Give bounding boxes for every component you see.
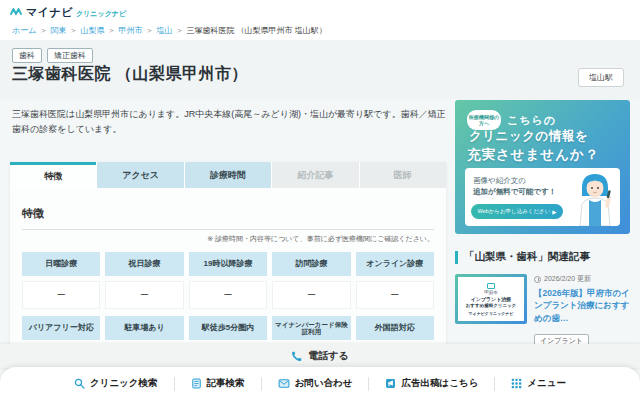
feature-header-after19: 19時以降診療 — [189, 252, 267, 276]
article-date: 2026/2/20 更新 — [544, 274, 591, 284]
logo-brand-text: マイナビ — [26, 5, 73, 20]
feature-header-barrier-free: バリアフリー対応 — [22, 316, 100, 340]
related-article-item[interactable]: 甲府市 インプラント治療 おすすめ歯科クリニック マイナビクリニックナビ 202… — [455, 274, 630, 348]
feature-value-holiday: ー — [105, 281, 183, 309]
feature-value-after19: ー — [189, 281, 267, 309]
divider — [22, 229, 434, 230]
article-meta: 2026/2/20 更新 — [534, 274, 630, 284]
tag-dental: 歯科 — [12, 48, 42, 63]
tooth-icon — [487, 283, 495, 289]
breadcrumb: ホーム＞関東＞山梨県＞甲州市＞塩山＞三塚歯科医院 （山梨県甲州市 塩山駅） — [12, 25, 327, 36]
clinic-description: 三塚歯科医院は山梨県甲州市にあります。JR中央本線(高尾～みどり湖)・塩山が最寄… — [12, 107, 448, 137]
arrow-right-icon: ▶ — [552, 209, 556, 215]
station-badge[interactable]: 塩山駅 — [578, 68, 624, 87]
clinic-info-card: 特徴 アクセス 診療時間 紹介記事 医師 特徴 ※ 診療時間・内容等について、事… — [10, 162, 446, 346]
promo-card-line2: 追加が無料で可能です！ — [473, 187, 556, 197]
promo-badge: 医療機関様の方へ — [467, 110, 501, 130]
document-icon — [191, 378, 202, 389]
tab-features[interactable]: 特徴 — [10, 162, 96, 188]
article-info: 2026/2/20 更新 【2026年版】甲府市のインプラント治療におすすめの歯… — [534, 274, 630, 348]
tag-orthodontics: 矯正歯科 — [47, 48, 93, 63]
logo-sub-text: クリニックナビ — [76, 9, 126, 19]
call-button-label: 電話する — [308, 349, 348, 363]
feature-header-near-station: 駅徒歩5分圏内 — [189, 316, 267, 340]
footer-item-advertise[interactable]: 広告出稿はこちら — [369, 377, 494, 390]
related-articles-heading: 「山梨県・歯科」関連記事 — [455, 250, 630, 264]
features-panel: 特徴 ※ 診療時間・内容等について、事前に必ず医療機関にご確認ください。 日曜診… — [10, 188, 446, 346]
menu-grid-icon — [511, 378, 522, 389]
megaphone-icon — [385, 378, 396, 389]
doctor-illustration — [572, 170, 618, 226]
footer-label-clinic-search: クリニック検索 — [90, 377, 158, 390]
tab-access[interactable]: アクセス — [96, 162, 183, 188]
footer-nav-bar: クリニック検索 記事検索 お問い合わせ 広告出稿はこ — [0, 367, 640, 400]
footer-item-menu[interactable]: メニュー — [495, 377, 582, 390]
logo-wave-icon — [10, 7, 23, 16]
breadcrumb-link-station[interactable]: 塩山 — [156, 26, 172, 35]
mail-icon — [278, 378, 290, 389]
footer-label-contact: お問い合わせ — [295, 377, 353, 390]
breadcrumb-current: 三塚歯科医院 （山梨県甲州市 塩山駅） — [186, 26, 326, 35]
footer-label-menu: メニュー — [527, 377, 566, 390]
breadcrumb-separator: ＞ — [107, 26, 115, 35]
breadcrumb-link-home[interactable]: ホーム — [12, 26, 36, 35]
breadcrumb-link-region[interactable]: 関東 — [50, 26, 66, 35]
breadcrumb-separator: ＞ — [39, 26, 47, 35]
feature-header-visit: 訪問診療 — [272, 252, 350, 276]
sidebar: 医療機関様の方へ こちらの クリニックの情報を 充実させませんか？ 画像や紹介文… — [455, 100, 630, 348]
page: マイナビ クリニックナビ ホーム＞関東＞山梨県＞甲州市＞塩山＞三塚歯科医院 （山… — [0, 0, 640, 400]
clinic-info-promo-banner[interactable]: 医療機関様の方へ こちらの クリニックの情報を 充実させませんか？ 画像や紹介文… — [455, 100, 630, 234]
feature-header-parking: 駐車場あり — [105, 316, 183, 340]
promo-card-line1: 画像や紹介文の — [473, 176, 526, 186]
footer-label-advertise: 広告出稿はこちら — [401, 377, 478, 390]
feature-value-online: ー — [356, 281, 434, 309]
feature-header-sunday: 日曜診療 — [22, 252, 100, 276]
breadcrumb-separator: ＞ — [69, 26, 77, 35]
features-note: ※ 診療時間・内容等について、事前に必ず医療機関にご確認ください。 — [22, 234, 434, 244]
breadcrumb-separator: ＞ — [145, 26, 153, 35]
feature-value-sunday: ー — [22, 281, 100, 309]
call-button-bar[interactable]: 電話する — [0, 344, 640, 368]
promo-line2: クリニックの情報を — [469, 128, 588, 145]
header: マイナビ クリニックナビ ホーム＞関東＞山梨県＞甲州市＞塩山＞三塚歯科医院 （山… — [0, 0, 640, 40]
phone-icon — [291, 351, 302, 362]
page-title: 三塚歯科医院 （山梨県甲州市） — [12, 64, 248, 85]
feature-value-visit: ー — [272, 281, 350, 309]
tab-hours[interactable]: 診療時間 — [184, 162, 271, 188]
footer-item-clinic-search[interactable]: クリニック検索 — [58, 377, 174, 390]
thumb-line2: インプラント治療 — [471, 296, 512, 302]
footer-item-article-search[interactable]: 記事検索 — [175, 377, 261, 390]
related-articles-heading-text: 「山梨県・歯科」関連記事 — [464, 250, 590, 264]
tab-doctors: 医師 — [359, 162, 446, 188]
promo-line3: 充実させませんか？ — [467, 146, 599, 164]
thumb-line3: おすすめ歯科クリニック — [466, 303, 516, 308]
breadcrumb-separator: ＞ — [175, 26, 183, 35]
article-title-link[interactable]: 【2026年版】甲府市のインプラント治療におすすめの歯… — [534, 287, 630, 324]
features-heading: 特徴 — [22, 206, 434, 221]
breadcrumb-link-prefecture[interactable]: 山梨県 — [80, 26, 104, 35]
department-tags: 歯科 矯正歯科 — [12, 48, 93, 63]
promo-apply-button[interactable]: Webからお申し込みください ▶ — [471, 204, 563, 219]
thumb-brand: マイナビクリニックナビ — [468, 311, 513, 316]
tab-articles: 紹介記事 — [271, 162, 358, 188]
features-grid: 日曜診療 祝日診療 19時以降診療 訪問診療 オンライン診療 ー ー ー ー ー… — [22, 252, 434, 340]
thumb-line1: 甲府市 — [484, 290, 498, 295]
site-logo[interactable]: マイナビ クリニックナビ — [10, 5, 126, 20]
promo-apply-label: Webからお申し込みください — [477, 208, 550, 215]
clinic-hero: 歯科 矯正歯科 三塚歯科医院 （山梨県甲州市） 塩山駅 — [0, 40, 640, 100]
heading-accent-bar — [455, 251, 458, 264]
tab-strip: 特徴 アクセス 診療時間 紹介記事 医師 — [10, 162, 446, 188]
feature-header-online: オンライン診療 — [356, 252, 434, 276]
footer-item-contact[interactable]: お問い合わせ — [262, 377, 369, 390]
breadcrumb-link-city[interactable]: 甲州市 — [118, 26, 142, 35]
feature-header-mynumber-card: マイナンバーカード保険証利用 — [272, 316, 350, 340]
search-icon — [74, 378, 85, 389]
promo-line1: こちらの — [507, 113, 556, 128]
promo-card: 画像や紹介文の 追加が無料で可能です！ Webからお申し込みください ▶ — [465, 168, 620, 226]
clock-icon — [534, 276, 541, 283]
feature-header-foreign-language: 外国語対応 — [356, 316, 434, 340]
article-thumbnail: 甲府市 インプラント治療 おすすめ歯科クリニック マイナビクリニックナビ — [455, 274, 527, 324]
footer-label-article-search: 記事検索 — [207, 377, 245, 390]
feature-header-holiday: 祝日診療 — [105, 252, 183, 276]
